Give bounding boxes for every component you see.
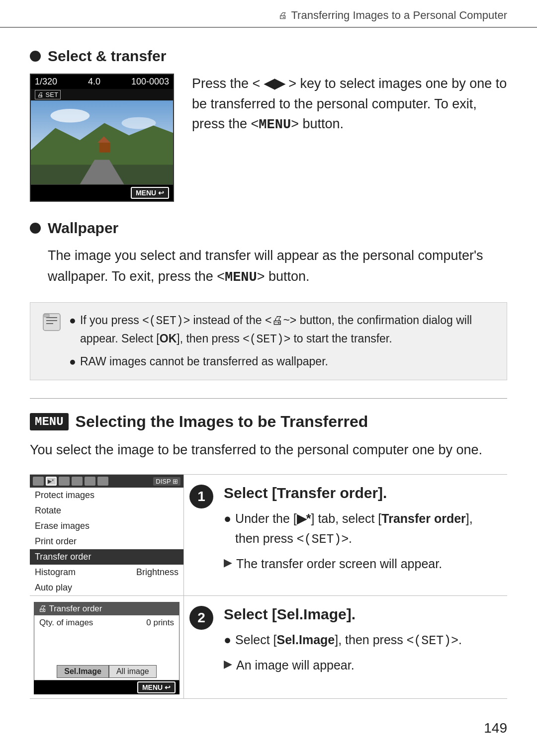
step-2-number-col: 2 xyxy=(184,596,219,698)
step-1-number-col: 1 xyxy=(184,475,219,595)
menu-erase: Erase images xyxy=(30,518,183,534)
sel-image-btn[interactable]: Sel.Image xyxy=(57,665,109,678)
svg-rect-6 xyxy=(99,143,110,153)
submenu-menu-bar: MENU ↩ xyxy=(34,680,179,694)
submenu-spacer xyxy=(34,630,179,655)
note-text-1: If you press <(SET)> instead of the <🖨~>… xyxy=(80,312,495,349)
step-1-item-1: ● Under the [▶*] tab, select [Transfer o… xyxy=(224,508,497,550)
step-2-arrow: ▶ xyxy=(224,655,232,675)
wallpaper-section: Wallpaper The image you select and trans… xyxy=(30,220,507,288)
menu-section-title: Selecting the Images to be Transferred xyxy=(76,413,368,431)
submenu-ui: 🖨 Transfer order Qty. of images 0 prints… xyxy=(30,596,183,698)
step-2-item-2: ▶ An image will appear. xyxy=(224,655,497,675)
menu-ui-header: ▶* DISP ⊞ xyxy=(30,475,183,488)
transfer-icon: 🖨 xyxy=(278,10,287,21)
submenu-bottom-buttons: Sel.Image All image xyxy=(34,665,179,680)
step-1-arrow: ▶ xyxy=(224,554,232,574)
step-1-number: 1 xyxy=(197,489,205,504)
step-2-number: 2 xyxy=(197,610,205,626)
tab-icon-5 xyxy=(85,477,95,486)
step-1-bullet-1: ● xyxy=(224,508,231,550)
tab-icon-6 xyxy=(97,477,108,486)
note-bullet-2: ● xyxy=(69,353,76,371)
note-bullet-1: ● xyxy=(69,312,76,349)
step-2-circle: 2 xyxy=(189,606,213,630)
file-number: 100-0003 xyxy=(131,77,169,87)
menu-ui-1: ▶* DISP ⊞ Protect images Rotate Erase im… xyxy=(30,475,183,595)
aperture-value: 4.0 xyxy=(88,77,100,87)
disp-tag: DISP ⊞ xyxy=(153,477,180,486)
histogram-label: Histogram xyxy=(35,567,76,578)
camera-icon-bar: 🖨 SET xyxy=(31,89,173,100)
tab-icon-2-active: ▶* xyxy=(46,477,57,486)
submenu-box: 🖨 Transfer order Qty. of images 0 prints… xyxy=(34,602,179,680)
camera-screen-1: 1/320 4.0 100-0003 🖨 SET Select & transf… xyxy=(30,74,174,202)
all-image-btn[interactable]: All image xyxy=(109,665,157,678)
svg-point-1 xyxy=(50,109,90,123)
steps-container: ▶* DISP ⊞ Protect images Rotate Erase im… xyxy=(30,474,507,699)
submenu-menu-button: MENU ↩ xyxy=(137,681,176,693)
landscape-svg xyxy=(31,100,173,185)
submenu-qty-row: Qty. of images 0 prints xyxy=(34,615,179,630)
select-transfer-section: 1/320 4.0 100-0003 🖨 SET Select & transf… xyxy=(30,74,507,202)
step-1-title: Select [Transfer order]. xyxy=(224,485,497,502)
step-2-row: 🖨 Transfer order Qty. of images 0 prints… xyxy=(30,595,507,699)
wallpaper-title: Wallpaper xyxy=(48,220,118,237)
main-content: Select & transfer 1/320 4.0 100-0003 🖨 S… xyxy=(0,28,537,719)
tab-icon-3 xyxy=(59,477,70,486)
note-icon xyxy=(42,313,61,335)
step-1-left: ▶* DISP ⊞ Protect images Rotate Erase im… xyxy=(30,475,184,595)
camera-bottom-bar: MENU ↩ xyxy=(31,185,173,201)
header-breadcrumb: 🖨 Transferring Images to a Personal Comp… xyxy=(278,9,508,22)
step-1-circle: 1 xyxy=(189,485,213,508)
exposure-value: 1/320 xyxy=(35,77,57,87)
note-box: ● If you press <(SET)> instead of the <🖨… xyxy=(30,302,507,380)
step-1-text-2: The transfer order screen will appear. xyxy=(236,554,442,574)
menu-items-list: Protect images Rotate Erase images Print… xyxy=(30,488,183,595)
step-1-item-2: ▶ The transfer order screen will appear. xyxy=(224,554,497,574)
menu-transfer: Transfer order xyxy=(30,549,183,565)
menu-histogram: Histogram Brightness xyxy=(30,565,183,580)
step-1-text-1: Under the [▶*] tab, select [Transfer ord… xyxy=(235,508,497,550)
set-icon: 🖨 SET xyxy=(35,90,61,99)
note-svg-icon xyxy=(42,313,61,332)
submenu-header: 🖨 Transfer order xyxy=(34,602,179,615)
step-2-text-2: An image will appear. xyxy=(236,655,355,675)
note-content: ● If you press <(SET)> instead of the <🖨… xyxy=(69,312,495,371)
menu-section-heading: MENU Selecting the Images to be Transfer… xyxy=(30,398,507,431)
menu-protect: Protect images xyxy=(30,488,183,503)
step-1-right: Select [Transfer order]. ● Under the [▶*… xyxy=(219,475,507,595)
step-1-row: ▶* DISP ⊞ Protect images Rotate Erase im… xyxy=(30,474,507,595)
bullet-icon xyxy=(30,51,41,62)
step-2-right: Select [Sel.Image]. ● Select [Sel.Image]… xyxy=(219,596,507,698)
note-item-2: ● RAW images cannot be transferred as wa… xyxy=(69,353,495,371)
menu-rotate: Rotate xyxy=(30,503,183,518)
menu-tag: MENU xyxy=(30,413,69,430)
brightness-label: Brightness xyxy=(136,567,179,578)
step-2-bullet-1: ● xyxy=(224,630,231,651)
wallpaper-heading: Wallpaper xyxy=(30,220,507,237)
header-title: Transferring Images to a Personal Comput… xyxy=(291,9,508,22)
submenu-qty-value: 0 prints xyxy=(146,618,174,628)
select-transfer-title: Select & transfer xyxy=(48,48,166,65)
svg-rect-12 xyxy=(44,314,49,317)
page-number: 149 xyxy=(484,720,507,736)
wallpaper-body: The image you select and transfer will a… xyxy=(48,246,507,288)
camera-landscape: Select & transfer xyxy=(31,100,173,185)
select-transfer-heading: Select & transfer xyxy=(30,48,507,65)
tab-icon-1 xyxy=(33,477,44,486)
camera-top-bar: 1/320 4.0 100-0003 xyxy=(31,75,173,89)
wallpaper-bullet-icon xyxy=(30,223,41,234)
select-transfer-description: Press the < ◀▶ > key to select images on… xyxy=(192,74,507,135)
step-2-title: Select [Sel.Image]. xyxy=(224,606,497,623)
menu-intro: You select the image to be transferred t… xyxy=(30,440,507,461)
step-2-body: ● Select [Sel.Image], then press <(SET)>… xyxy=(224,630,497,675)
step-2-text-1: Select [Sel.Image], then press <(SET)>. xyxy=(235,630,462,651)
step-1-body: ● Under the [▶*] tab, select [Transfer o… xyxy=(224,508,497,574)
tab-icon-4 xyxy=(72,477,83,486)
menu-button-small: MENU ↩ xyxy=(131,187,169,199)
step-2-item-1: ● Select [Sel.Image], then press <(SET)>… xyxy=(224,630,497,651)
step-2-left: 🖨 Transfer order Qty. of images 0 prints… xyxy=(30,596,184,698)
note-text-2: RAW images cannot be transferred as wall… xyxy=(80,353,328,371)
menu-print: Print order xyxy=(30,534,183,549)
